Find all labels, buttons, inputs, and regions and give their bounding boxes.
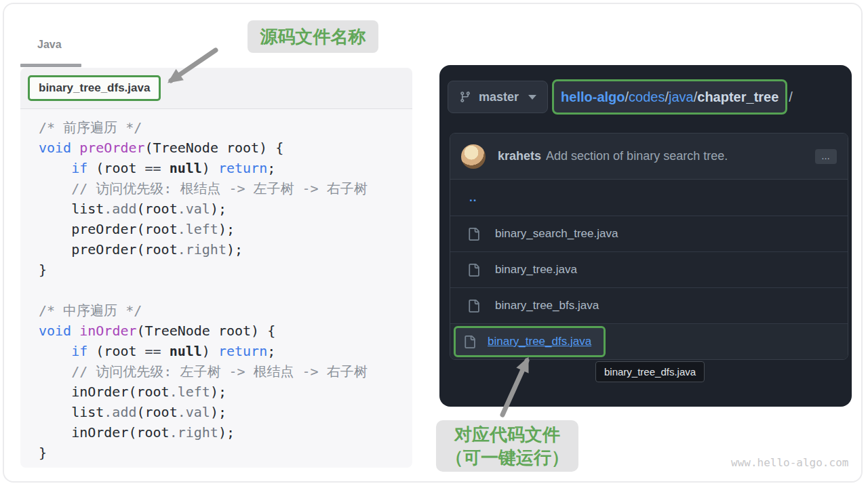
code-block: /* 前序遍历 */void preOrder(TreeNode root) {… [20, 109, 412, 468]
code-line: preOrder(root.left); [39, 219, 412, 239]
file-list-container: krahets Add section of binary search tre… [450, 133, 848, 360]
annotation-code-file-label: 对应代码文件 （可一键运行） [436, 420, 578, 472]
github-file-browser-panel: master hello-algo / codes / java / chapt… [439, 65, 852, 407]
code-line: } [39, 260, 412, 280]
watermark: www.hello-algo.com [731, 456, 848, 469]
parent-directory-link[interactable]: .. [469, 191, 477, 205]
code-line: /* 中序遍历 */ [39, 300, 412, 321]
breadcrumb-segment: chapter_tree [697, 89, 778, 105]
screenshot-root: Java binary_tree_dfs.java /* 前序遍历 */void… [0, 0, 868, 488]
code-line: list.add(root.val); [39, 199, 412, 219]
code-line: // 访问优先级: 左子树 -> 根结点 -> 右子树 [39, 361, 412, 382]
file-tooltip: binary_tree_dfs.java [595, 361, 705, 382]
tab-active-indicator [20, 64, 81, 67]
code-line: void preOrder(TreeNode root) { [39, 138, 412, 158]
file-link[interactable]: binary_tree.java [495, 263, 577, 277]
file-icon [467, 228, 480, 241]
breadcrumb-trailing-slash: / [789, 89, 793, 105]
chevron-down-icon [528, 95, 536, 100]
branch-name: master [479, 90, 519, 104]
git-branch-icon [459, 91, 471, 103]
file-row[interactable]: binary_tree.java [450, 251, 848, 287]
code-line [39, 280, 412, 300]
file-rows: ..binary_search_tree.javabinary_tree.jav… [450, 180, 848, 359]
annotation-source-file-label: 源码文件名称 [248, 20, 378, 53]
repo-toolbar: master hello-algo / codes / java / chapt… [448, 79, 850, 115]
file-link[interactable]: binary_search_tree.java [495, 227, 618, 241]
file-row[interactable]: binary_tree_bfs.java [450, 287, 848, 323]
code-line: inOrder(root.right); [39, 422, 412, 443]
annotation-line1: 对应代码文件 [454, 423, 560, 446]
branch-selector-button[interactable]: master [448, 81, 548, 113]
code-line: void inOrder(TreeNode root) { [39, 321, 412, 341]
file-link[interactable]: binary_tree_dfs.java [488, 335, 591, 348]
breadcrumb-segment[interactable]: codes [629, 89, 665, 105]
code-line: } [39, 443, 412, 463]
breadcrumb-segment[interactable]: java [669, 89, 694, 105]
commit-message-link[interactable]: Add section of binary search tree. [546, 149, 728, 163]
commit-author-link[interactable]: krahets [498, 149, 541, 163]
code-line: if (root == null) return; [39, 158, 412, 178]
latest-commit-row: krahets Add section of binary search tre… [450, 134, 848, 180]
file-icon [467, 300, 480, 312]
highlighted-file-box: binary_tree_dfs.java [454, 326, 606, 357]
code-line: // 访问优先级: 根结点 -> 左子树 -> 右子树 [39, 178, 412, 199]
code-line: list.add(root.val); [39, 402, 412, 422]
code-header-bar: binary_tree_dfs.java [20, 68, 412, 109]
breadcrumb-segment[interactable]: hello-algo [561, 89, 625, 105]
file-row[interactable]: binary_search_tree.java [450, 216, 848, 251]
source-file-name-badge: binary_tree_dfs.java [28, 75, 161, 101]
code-line: /* 前序遍历 */ [39, 117, 412, 138]
file-icon [467, 264, 480, 277]
file-row[interactable]: binary_tree_dfs.java [450, 323, 848, 359]
file-row[interactable]: .. [450, 180, 848, 216]
code-line: inOrder(root.left); [39, 382, 412, 402]
code-line: if (root == null) return; [39, 341, 412, 361]
annotation-line2: （可一键运行） [446, 446, 569, 469]
file-link[interactable]: binary_tree_bfs.java [495, 299, 599, 312]
code-line: preOrder(root.right); [39, 239, 412, 260]
file-icon [463, 336, 476, 348]
breadcrumb: hello-algo / codes / java / chapter_tree [552, 79, 787, 115]
commit-more-button[interactable]: … [815, 149, 837, 164]
avatar[interactable] [461, 144, 486, 169]
tab-java[interactable]: Java [37, 39, 62, 51]
